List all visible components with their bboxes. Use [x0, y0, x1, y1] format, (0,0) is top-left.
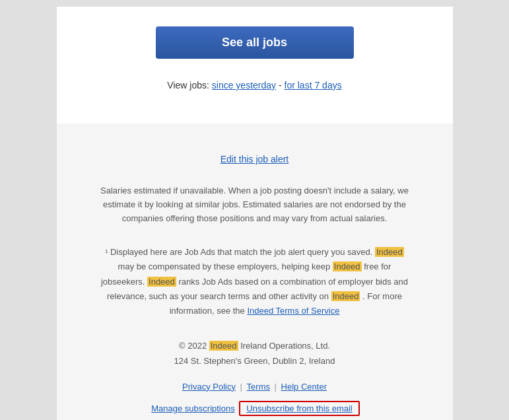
salary-disclaimer: Salaries estimated if unavailable. When … [83, 178, 426, 238]
view-jobs-label: View jobs: [167, 80, 209, 90]
indeed-highlight-2: Indeed [333, 262, 362, 271]
salary-disclaimer-text: Salaries estimated if unavailable. When … [100, 186, 409, 223]
separator-2: | [275, 382, 277, 392]
terms-link[interactable]: Terms [247, 382, 270, 392]
indeed-terms-link[interactable]: Indeed Terms of Service [247, 306, 339, 316]
separator-1: | [240, 382, 242, 392]
section-divider [57, 123, 453, 134]
indeed-highlight-3: Indeed [147, 277, 176, 287]
manage-subscriptions-link[interactable]: Manage subscriptions [151, 403, 234, 413]
privacy-policy-link[interactable]: Privacy Policy [182, 382, 236, 392]
view-jobs-section: View jobs: since yesterday - for last 7 … [83, 72, 426, 104]
unsubscribe-box: Unsubscribe from this email [239, 401, 359, 416]
job-ads-disclaimer: ¹ Displayed here are Job Ads that match … [83, 238, 426, 331]
dash-separator: - [279, 80, 282, 90]
footer-links-row: Privacy Policy | Terms | Help Center [83, 372, 426, 398]
copyright-address: 124 St. Stephen's Green, Dublin 2, Irela… [83, 353, 426, 368]
edit-alert-section: Edit this job alert [83, 147, 426, 178]
edit-job-alert-link[interactable]: Edit this job alert [221, 154, 289, 164]
copyright-indeed: Indeed [209, 341, 238, 351]
copyright-section: © 2022 Indeed Ireland Operations, Ltd. 1… [83, 332, 426, 372]
indeed-highlight-4: Indeed [331, 291, 360, 301]
unsubscribe-link[interactable]: Unsubscribe from this email [246, 403, 352, 413]
last-7-days-link[interactable]: for last 7 days [285, 80, 342, 90]
since-yesterday-link[interactable]: since yesterday [212, 80, 276, 90]
disclaimer-text-2: may be compensated by these employers, h… [118, 262, 333, 271]
copyright-rest: Ireland Operations, Ltd. [240, 341, 330, 351]
indeed-highlight-1: Indeed [375, 247, 404, 257]
help-center-link[interactable]: Help Center [281, 382, 327, 392]
unsubscribe-row: Manage subscriptions Unsubscribe from th… [83, 398, 426, 420]
see-all-jobs-section: See all jobs [83, 20, 426, 72]
footer-section: Edit this job alert Salaries estimated i… [57, 134, 453, 420]
disclaimer-text-1: Displayed here are Job Ads that match th… [108, 247, 372, 257]
see-all-jobs-button[interactable]: See all jobs [156, 26, 354, 59]
copyright-year: © 2022 [179, 341, 207, 351]
